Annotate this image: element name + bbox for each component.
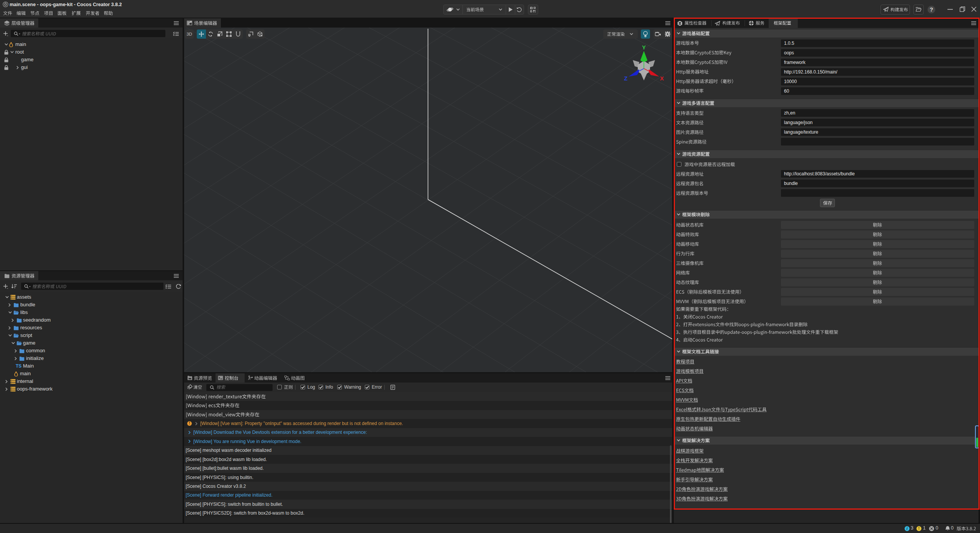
svg-text:Z: Z	[624, 75, 627, 82]
svg-text:Y: Y	[642, 44, 646, 51]
svg-text:X: X	[660, 75, 664, 82]
